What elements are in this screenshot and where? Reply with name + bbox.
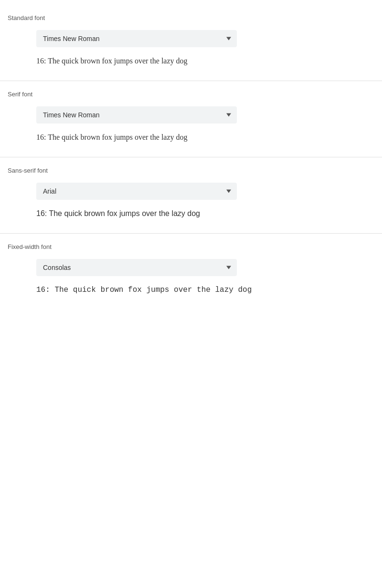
- standard-font-section: Standard font Times New Roman Arial Geor…: [0, 5, 382, 81]
- fixed-width-font-preview: 16: The quick brown fox jumps over the l…: [36, 286, 374, 294]
- sans-serif-font-preview: 16: The quick brown fox jumps over the l…: [36, 209, 374, 218]
- sans-serif-font-dropdown-wrapper: Arial Helvetica Verdana Trebuchet MS Cal…: [36, 183, 374, 200]
- fixed-width-font-select-container: Consolas Courier New Lucida Console Mona…: [36, 259, 237, 276]
- sans-serif-font-select-container: Arial Helvetica Verdana Trebuchet MS Cal…: [36, 183, 237, 200]
- standard-font-label: Standard font: [8, 14, 374, 21]
- standard-font-select-container: Times New Roman Arial Georgia Verdana: [36, 30, 237, 47]
- serif-font-select-container: Times New Roman Georgia Palatino Garamon…: [36, 106, 237, 124]
- sans-serif-font-select[interactable]: Arial Helvetica Verdana Trebuchet MS Cal…: [36, 183, 237, 200]
- serif-font-label: Serif font: [8, 91, 374, 98]
- serif-font-section: Serif font Times New Roman Georgia Palat…: [0, 81, 382, 157]
- sans-serif-font-section: Sans-serif font Arial Helvetica Verdana …: [0, 157, 382, 234]
- standard-font-dropdown-wrapper: Times New Roman Arial Georgia Verdana: [36, 30, 374, 47]
- sans-serif-font-label: Sans-serif font: [8, 167, 374, 174]
- fixed-width-font-section: Fixed-width font Consolas Courier New Lu…: [0, 234, 382, 309]
- standard-font-select[interactable]: Times New Roman Arial Georgia Verdana: [36, 30, 237, 47]
- fixed-width-font-label: Fixed-width font: [8, 243, 374, 250]
- fixed-width-font-select[interactable]: Consolas Courier New Lucida Console Mona…: [36, 259, 237, 276]
- serif-font-select[interactable]: Times New Roman Georgia Palatino Garamon…: [36, 106, 237, 124]
- serif-font-preview: 16: The quick brown fox jumps over the l…: [36, 133, 374, 142]
- standard-font-preview: 16: The quick brown fox jumps over the l…: [36, 57, 374, 65]
- serif-font-dropdown-wrapper: Times New Roman Georgia Palatino Garamon…: [36, 106, 374, 124]
- fixed-width-font-dropdown-wrapper: Consolas Courier New Lucida Console Mona…: [36, 259, 374, 276]
- settings-page: Standard font Times New Roman Arial Geor…: [0, 0, 382, 314]
